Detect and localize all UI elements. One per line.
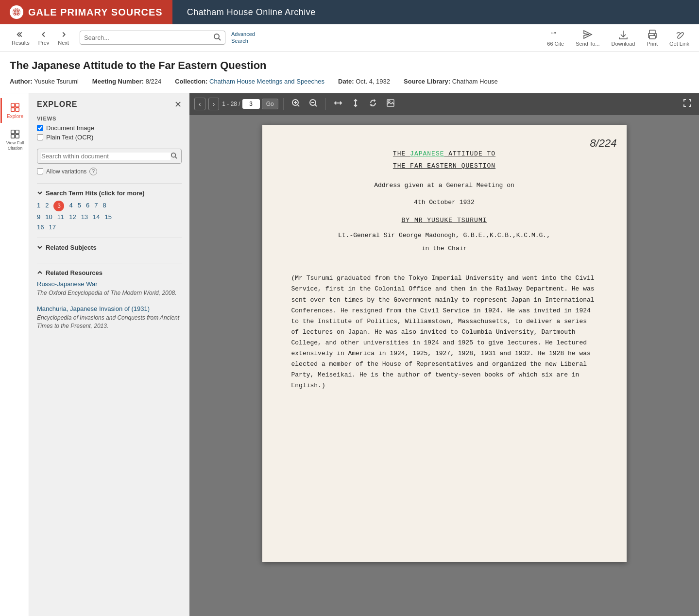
rotate-button[interactable] xyxy=(366,97,380,111)
sidebar-panel: EXPLORE ✕ VIEWS Document Image Plain Tex… xyxy=(29,93,189,616)
allow-variations-row: Allow variations ? xyxy=(37,168,182,175)
download-button[interactable]: Download xyxy=(609,28,637,48)
archive-title: Chatham House Online Archive xyxy=(187,7,316,17)
hit-13[interactable]: 13 xyxy=(81,212,88,222)
hit-3[interactable]: 3 xyxy=(53,201,64,211)
svg-line-24 xyxy=(315,104,317,106)
hit-11[interactable]: 11 xyxy=(57,212,64,222)
doc-title-line-2: THE FAR EASTERN QUESTION xyxy=(291,161,597,171)
hits-row-1: 1 2 3 4 5 6 7 8 xyxy=(37,201,182,211)
svg-line-20 xyxy=(297,104,299,106)
document-image-label[interactable]: Document Image xyxy=(46,124,94,132)
send-to-button[interactable]: Send To... xyxy=(574,28,601,48)
related-resource-link-1[interactable]: Manchuria, Japanese Invasion of (1931) xyxy=(37,305,182,312)
plain-text-checkbox[interactable] xyxy=(37,134,43,140)
svg-rect-13 xyxy=(11,130,15,134)
sidebar-panel-header: EXPLORE ✕ xyxy=(37,100,182,109)
hit-10[interactable]: 10 xyxy=(45,212,52,222)
next-button[interactable]: Next xyxy=(54,28,73,48)
sidebar-tab-citation[interactable]: View Full Citation xyxy=(0,125,29,155)
gale-logo-text: GALE PRIMARY SOURCES xyxy=(28,7,163,18)
related-resources-section: Related Resources Russo-Japanese War The… xyxy=(37,263,182,344)
doc-header: The Japanese Attitude to the Far Eastern… xyxy=(0,51,699,93)
search-hits: 1 2 3 4 5 6 7 8 9 10 11 12 13 xyxy=(37,201,182,232)
image-view-button[interactable] xyxy=(383,97,398,111)
gale-logo: GALE PRIMARY SOURCES xyxy=(0,0,172,24)
print-button[interactable]: Print xyxy=(645,28,660,48)
meeting-num-badge: 8/224 xyxy=(590,135,616,152)
related-resource-1: Manchuria, Japanese Invasion of (1931) E… xyxy=(37,305,182,331)
zoom-out-button[interactable] xyxy=(306,97,321,111)
hit-14[interactable]: 14 xyxy=(93,212,100,222)
related-resources-header[interactable]: Related Resources xyxy=(37,269,182,276)
allow-variations-label[interactable]: Allow variations xyxy=(46,168,86,175)
page-number-input[interactable] xyxy=(242,99,260,109)
main-content: Explore View Full Citation EXPLORE ✕ VIE xyxy=(0,93,699,616)
doc-source-lib: Source Library: Chatham House xyxy=(404,77,498,87)
fullscreen-button[interactable] xyxy=(681,96,694,112)
hit-5[interactable]: 5 xyxy=(78,201,81,211)
hit-6[interactable]: 6 xyxy=(86,201,89,211)
svg-line-18 xyxy=(175,156,177,158)
doc-page: 8/224 THE JAPANESE ATTITUDE TO THE FAR E… xyxy=(189,115,699,616)
hit-9[interactable]: 9 xyxy=(37,212,40,222)
hit-12[interactable]: 12 xyxy=(69,212,76,222)
document-image-checkbox[interactable] xyxy=(37,125,43,131)
svg-point-8 xyxy=(654,34,655,35)
fit-width-button[interactable] xyxy=(331,97,345,111)
sidebar-close-button[interactable]: ✕ xyxy=(174,100,182,109)
svg-text:“”: “” xyxy=(551,31,556,38)
cite-button[interactable]: “” 66 Cite xyxy=(545,28,566,48)
hit-1[interactable]: 1 xyxy=(37,201,40,211)
views-label: VIEWS xyxy=(37,116,182,121)
related-subjects-header[interactable]: Related Subjects xyxy=(37,244,182,251)
sidebar-layout: Explore View Full Citation EXPLORE ✕ VIE xyxy=(0,93,189,616)
hit-4[interactable]: 4 xyxy=(69,201,72,211)
search-term-hits-header[interactable]: Search Term Hits (click for more) xyxy=(37,189,182,197)
allow-variations-checkbox[interactable] xyxy=(37,168,43,174)
fit-height-button[interactable] xyxy=(348,97,363,111)
related-resource-link-0[interactable]: Russo-Japanese War xyxy=(37,280,182,288)
page-indicator: 1 - 28 / Go xyxy=(222,99,278,109)
get-link-button[interactable]: Get Link xyxy=(667,28,691,48)
hit-8[interactable]: 8 xyxy=(102,201,106,211)
svg-rect-15 xyxy=(11,135,15,138)
svg-rect-7 xyxy=(649,35,655,39)
results-button[interactable]: Results xyxy=(8,28,34,48)
prev-button[interactable]: Prev xyxy=(34,28,53,48)
doc-subtitle-2: 4th October 1932 xyxy=(291,198,597,208)
svg-rect-6 xyxy=(649,30,655,34)
doc-chair-line-1: Lt.-General Sir George Madonogh, G.B.E.,… xyxy=(291,231,597,241)
main-search-button[interactable] xyxy=(213,33,221,42)
hits-row-2: 9 10 11 12 13 14 15 xyxy=(37,212,182,222)
doc-subtitle-1: Address given at a General Meeting on xyxy=(291,181,597,191)
main-search-input[interactable] xyxy=(84,34,213,41)
hit-7[interactable]: 7 xyxy=(94,201,98,211)
hit-15[interactable]: 15 xyxy=(105,212,112,222)
hit-17[interactable]: 17 xyxy=(49,222,55,232)
plain-text-label[interactable]: Plain Text (OCR) xyxy=(46,134,93,141)
zoom-in-button[interactable] xyxy=(289,97,303,111)
doc-title-line-1: THE JAPANESE ATTITUDE TO xyxy=(291,149,597,159)
svg-rect-12 xyxy=(16,108,19,111)
help-icon[interactable]: ? xyxy=(89,168,97,175)
hit-16[interactable]: 16 xyxy=(37,222,44,232)
search-within-button[interactable] xyxy=(170,152,177,160)
go-button[interactable]: Go xyxy=(262,99,278,109)
hit-2[interactable]: 2 xyxy=(45,201,49,211)
sidebar-tab-explore[interactable]: Explore xyxy=(0,98,29,123)
search-within-input[interactable] xyxy=(41,153,170,160)
svg-rect-16 xyxy=(16,135,19,138)
viewer-prev-button[interactable]: ‹ xyxy=(194,98,205,110)
doc-page-inner: 8/224 THE JAPANESE ATTITUDE TO THE FAR E… xyxy=(262,125,627,562)
advanced-search-link[interactable]: Advanced Search xyxy=(231,31,255,44)
doc-author-line: BY MR YUSUKE TSURUMI xyxy=(291,216,597,226)
japanese-highlight: JAPANESE xyxy=(410,150,444,157)
collection-link[interactable]: Chatham House Meetings and Speeches xyxy=(209,78,324,85)
related-resource-0: Russo-Japanese War The Oxford Encycloped… xyxy=(37,280,182,297)
hits-row-3: 16 17 xyxy=(37,222,182,232)
views-section: VIEWS Document Image Plain Text (OCR) xyxy=(37,116,182,141)
svg-rect-10 xyxy=(16,103,19,107)
viewer-next-button[interactable]: › xyxy=(208,98,220,110)
toolbar-actions: “” 66 Cite Send To... Download xyxy=(545,28,691,48)
